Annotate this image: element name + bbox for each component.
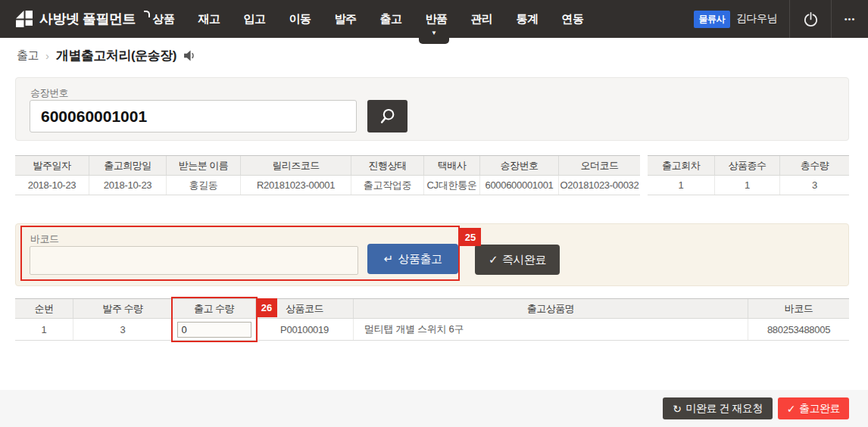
power-icon — [802, 11, 820, 28]
user-role-badge: 물류사 — [694, 11, 731, 28]
invoice-number-label: 송장번호 — [30, 86, 68, 100]
speaker-icon[interactable] — [183, 49, 196, 62]
cell-ship-wish-date: 2018-10-23 — [89, 176, 167, 195]
header-recipient-name: 받는분 이름 — [167, 156, 241, 175]
app-window: 사방넷 풀필먼트 상품 재고 입고 이동 발주 출고 반품 관리 통계 연동 ▼… — [0, 0, 868, 427]
cell-barcode: 880253488005 — [748, 319, 849, 340]
order-info-table: 발주일자 출고희망일 받는분 이름 릴리즈코드 진행상태 택배사 송장번호 오더… — [15, 155, 640, 195]
invoice-number-input[interactable] — [30, 100, 357, 132]
invoice-search-panel: 송장번호 — [15, 77, 849, 141]
refresh-icon: ↻ — [673, 403, 681, 415]
enter-arrow-icon: ↵ — [383, 252, 392, 266]
cell-order-date: 2018-10-23 — [15, 176, 89, 195]
cell-ship-qty — [173, 319, 256, 340]
search-button[interactable] — [367, 100, 407, 132]
table-row: 1 1 3 — [648, 176, 849, 195]
more-menu-button[interactable]: ••• — [832, 0, 868, 38]
table-header-row: 발주일자 출고희망일 받는분 이름 릴리즈코드 진행상태 택배사 송장번호 오더… — [15, 155, 640, 176]
nav-item-inbound[interactable]: 입고 — [232, 0, 277, 38]
nav-item-integration[interactable]: 연동 — [550, 0, 595, 38]
cell-order-code: O20181023-00032 — [559, 176, 640, 195]
instant-complete-button[interactable]: ✓ 즉시완료 — [475, 245, 560, 275]
header-ship-qty: 출고 수량 — [173, 299, 256, 318]
page-title: 개별출고처리(운송장) — [56, 47, 176, 64]
cell-row-number: 1 — [15, 319, 73, 340]
brand-icon — [15, 11, 33, 28]
ship-complete-label: 출고완료 — [799, 402, 840, 416]
header-barcode: 바코드 — [748, 299, 849, 318]
check-icon: ✓ — [489, 253, 498, 266]
cell-invoice-number: 6000600001001 — [480, 176, 559, 195]
cell-product-code: P00100019 — [256, 319, 354, 340]
header-ship-round: 출고회차 — [648, 156, 715, 175]
breadcrumb: 출고 › 개별출고처리(운송장) — [17, 38, 196, 73]
brand-logo[interactable]: 사방넷 풀필먼트 — [15, 0, 150, 38]
nav-item-order[interactable]: 발주 — [323, 0, 368, 38]
ship-product-label: 상품출고 — [398, 252, 442, 266]
cell-ship-round: 1 — [648, 176, 715, 195]
cell-ship-product-name: 멀티탭 개별 스위치 6구 — [354, 319, 748, 340]
check-icon: ✓ — [787, 403, 795, 415]
nav-item-outbound[interactable]: 출고 — [368, 0, 414, 38]
header-progress-status: 진행상태 — [351, 156, 424, 175]
header-invoice-number: 송장번호 — [480, 156, 559, 175]
ship-product-button[interactable]: ↵ 상품출고 — [367, 244, 458, 274]
barcode-label: 바코드 — [30, 232, 59, 246]
table-header-row: 출고회차 상품종수 총수량 — [648, 155, 849, 176]
ellipsis-icon: ••• — [845, 14, 856, 23]
breadcrumb-section[interactable]: 출고 — [17, 48, 39, 63]
brand-name: 사방넷 풀필먼트 — [39, 10, 136, 28]
ship-complete-button[interactable]: ✓ 출고완료 — [778, 397, 849, 419]
shipment-items-table: 26 순번 발주 수량 출고 수량 상품코드 출고상품명 바코드 1 3 P00… — [15, 298, 849, 341]
main-menu: 상품 재고 입고 이동 발주 출고 반품 관리 통계 연동 — [141, 0, 595, 38]
search-icon — [379, 108, 396, 125]
cell-progress-status: 출고작업중 — [351, 176, 424, 195]
header-ship-product-name: 출고상품명 — [354, 299, 748, 318]
nav-right-area: 물류사 김다우님 ••• — [694, 0, 868, 38]
chevron-down-icon: ▼ — [431, 30, 437, 36]
table-row: 1 3 P00100019 멀티탭 개별 스위치 6구 880253488005 — [15, 319, 849, 341]
active-menu-indicator: ▼ — [419, 38, 449, 44]
ship-qty-input[interactable] — [177, 322, 251, 338]
header-courier: 택배사 — [424, 156, 480, 175]
header-release-code: 릴리즈코드 — [241, 156, 351, 175]
cell-recipient-name: 홍길동 — [167, 176, 241, 195]
cell-release-code: R20181023-00001 — [241, 176, 351, 195]
cell-ordered-qty: 3 — [73, 319, 173, 340]
user-name: 김다우님 — [736, 12, 777, 26]
table-header-row: 순번 발주 수량 출고 수량 상품코드 출고상품명 바코드 — [15, 298, 849, 319]
instant-complete-label: 즉시완료 — [502, 253, 546, 267]
cell-product-kinds: 1 — [715, 176, 780, 195]
top-nav: 사방넷 풀필먼트 상품 재고 입고 이동 발주 출고 반품 관리 통계 연동 ▼… — [0, 0, 868, 38]
cell-courier: CJ대한통운 — [424, 176, 480, 195]
order-info-section: 발주일자 출고희망일 받는분 이름 릴리즈코드 진행상태 택배사 송장번호 오더… — [15, 155, 849, 195]
header-order-code: 오더코드 — [559, 156, 640, 175]
shipment-summary-table: 출고회차 상품종수 총수량 1 1 3 — [648, 155, 849, 195]
header-product-kinds: 상품종수 — [715, 156, 780, 175]
retry-incomplete-label: 미완료 건 재요청 — [685, 402, 762, 416]
header-ordered-qty: 발주 수량 — [73, 299, 173, 318]
breadcrumb-separator: › — [45, 49, 49, 62]
table-row: 2018-10-23 2018-10-23 홍길동 R20181023-0000… — [15, 176, 640, 195]
nav-item-statistics[interactable]: 통계 — [504, 0, 550, 38]
cell-total-qty: 3 — [780, 176, 849, 195]
annotation-badge-25: 25 — [460, 228, 481, 246]
barcode-input[interactable] — [30, 246, 358, 275]
nav-item-products[interactable]: 상품 — [141, 0, 186, 38]
nav-item-move[interactable]: 이동 — [277, 0, 323, 38]
header-ship-wish-date: 출고희망일 — [89, 156, 167, 175]
barcode-scan-panel: 25 바코드 ↵ 상품출고 ✓ 즉시완료 — [15, 223, 849, 286]
header-order-date: 발주일자 — [15, 156, 89, 175]
bottom-action-bar: ↻ 미완료 건 재요청 ✓ 출고완료 — [0, 390, 868, 427]
nav-item-admin[interactable]: 관리 — [459, 0, 504, 38]
logout-power-button[interactable] — [790, 0, 831, 38]
retry-incomplete-button[interactable]: ↻ 미완료 건 재요청 — [663, 397, 773, 419]
header-row-number: 순번 — [15, 299, 73, 318]
nav-item-stock[interactable]: 재고 — [186, 0, 232, 38]
annotation-badge-26: 26 — [256, 298, 277, 317]
header-total-qty: 총수량 — [780, 156, 849, 175]
